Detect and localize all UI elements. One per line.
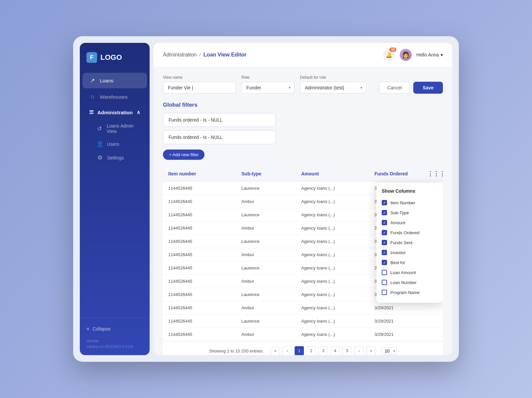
cell-subtype-1: Ambur: [236, 195, 296, 208]
cell-amount-9: Agency loans (...): [296, 301, 369, 314]
collapse-label: Collapse: [92, 326, 110, 332]
col-option-amount[interactable]: Amount: [382, 218, 438, 228]
col-checkbox-funds-sent[interactable]: [382, 240, 387, 245]
users-label: Users: [107, 142, 119, 147]
first-page-button[interactable]: «: [271, 346, 280, 355]
cell-subtype-10: Laurence: [236, 315, 296, 328]
sidebar-item-loans-admin-view[interactable]: ↺ Loans Admin View: [92, 120, 147, 137]
action-buttons: Cancel Save: [379, 82, 443, 94]
col-checkbox-program-name[interactable]: [382, 290, 387, 295]
cell-item-1: 1144526445: [163, 195, 236, 208]
col-label-funds-sent: Funds Sent: [390, 240, 413, 245]
avatar: 👩: [400, 49, 412, 61]
cell-subtype-3: Ambur: [236, 222, 296, 235]
settings-icon: ⚙: [96, 154, 103, 161]
col-option-funds-sent[interactable]: Funds Sent: [382, 238, 438, 248]
page-4-button[interactable]: 4: [331, 346, 340, 355]
add-filter-button[interactable]: + Add new filter: [163, 149, 204, 160]
filter-row-2[interactable]: Funds ordered - Is - NULL: [163, 130, 276, 144]
role-label: Role: [241, 75, 295, 80]
col-checkbox-loan-amount[interactable]: [382, 270, 387, 275]
col-option-sub-type[interactable]: Sub-Type: [382, 208, 438, 218]
prev-page-button[interactable]: ‹: [283, 346, 292, 355]
cell-subtype-5: Ambur: [236, 248, 296, 261]
default-role-label: Default for role: [300, 75, 366, 80]
col-checkbox-funds-ordered[interactable]: [382, 230, 387, 235]
last-page-button[interactable]: »: [366, 346, 376, 355]
user-chevron-icon: ▾: [441, 52, 443, 57]
col-option-item-number[interactable]: Item Number: [382, 198, 438, 208]
page-2-button[interactable]: 2: [307, 346, 316, 355]
table-header: Item number Sub-type Amount Funds Ordere…: [163, 166, 443, 182]
collapse-button[interactable]: ≡ Collapse: [86, 324, 143, 334]
sidebar-item-warehouses[interactable]: ⌂ Warehouses: [82, 89, 147, 104]
col-option-program-name[interactable]: Program Name: [382, 287, 438, 297]
logo-text: LOGO: [100, 53, 122, 62]
notification-button[interactable]: 🔔 10: [383, 49, 395, 61]
col-option-loan-amount[interactable]: Loan Amount: [382, 267, 438, 277]
cell-amount-5: Agency loans (...): [296, 248, 369, 261]
administration-icon: ☰: [89, 109, 93, 115]
next-page-button[interactable]: ›: [354, 346, 364, 355]
col-option-funds-ordered[interactable]: Funds Ordered: [382, 228, 438, 238]
cell-amount-0: Agency loans (...): [296, 182, 369, 195]
view-name-input[interactable]: [163, 82, 236, 94]
cell-subtype-8: Laurence: [236, 288, 296, 301]
cell-amount-10: Agency loans (...): [296, 315, 369, 328]
role-select[interactable]: Funder: [241, 82, 295, 94]
col-checkbox-sub-type[interactable]: [382, 210, 387, 215]
cell-amount-3: Agency loans (...): [296, 222, 369, 235]
save-button[interactable]: Save: [413, 82, 443, 94]
loans-admin-icon: ↺: [96, 125, 103, 132]
cell-item-3: 1144526445: [163, 222, 236, 235]
admin-sub-nav: ↺ Loans Admin View 👤 Users ⚙ Settings: [80, 120, 150, 164]
page-1-button[interactable]: 1: [295, 346, 304, 355]
col-option-best-for[interactable]: Best for: [382, 257, 438, 267]
col-option-loan-number[interactable]: Loan Number: [382, 277, 438, 287]
cell-amount-1: Agency loans (...): [296, 195, 369, 208]
sidebar-item-loans-label: Loans: [100, 78, 113, 83]
notification-badge: 10: [389, 48, 396, 52]
cell-funds-11: 3/29/2021: [369, 328, 442, 341]
cancel-button[interactable]: Cancel: [379, 82, 410, 94]
show-columns-button[interactable]: ⋮⋮⋮: [430, 166, 443, 181]
col-option-investor[interactable]: Investor: [382, 248, 438, 257]
view-name-label: View name: [163, 75, 236, 80]
sidebar-bottom: ≡ Collapse Version Landus-UI-20210413.4-…: [80, 318, 150, 355]
sidebar-item-users[interactable]: 👤 Users: [92, 138, 147, 150]
user-menu[interactable]: Hello Anna ▾: [416, 52, 443, 57]
cell-item-7: 1144526445: [163, 275, 236, 288]
user-greeting-text: Hello Anna: [416, 52, 439, 57]
role-group: Role Funder ▾: [241, 75, 295, 94]
sidebar: F LOGO ↗ Loans ⌂ Warehouses ☰ Administra…: [80, 43, 150, 355]
col-checkbox-amount[interactable]: [382, 220, 387, 225]
col-checkbox-investor[interactable]: [382, 250, 387, 255]
cell-subtype-7: Ambur: [236, 275, 296, 288]
default-role-select[interactable]: Administrator (test): [300, 82, 366, 94]
sidebar-item-settings[interactable]: ⚙ Settings: [92, 151, 147, 164]
collapse-icon: ≡: [86, 326, 89, 332]
page-3-button[interactable]: 3: [319, 346, 328, 355]
cell-subtype-2: Laurence: [236, 208, 296, 221]
table-row: 1144526445 Laurence Agency loans (...) 3…: [163, 315, 443, 328]
col-checkbox-loan-number[interactable]: [382, 280, 387, 285]
page-5-button[interactable]: 5: [342, 346, 352, 355]
view-name-group: View name: [163, 75, 236, 94]
global-filters-section: Global filters Funds ordered - Is - NULL…: [163, 102, 443, 166]
page-size-select[interactable]: 10 25 50: [382, 347, 397, 355]
users-icon: 👤: [96, 141, 103, 148]
cell-item-8: 1144526445: [163, 288, 236, 301]
cell-item-6: 1144526445: [163, 261, 236, 274]
cell-item-9: 1144526445: [163, 301, 236, 314]
device-frame: F LOGO ↗ Loans ⌂ Warehouses ☰ Administra…: [73, 36, 459, 362]
logo-area: F LOGO: [80, 43, 150, 69]
sidebar-item-loans[interactable]: ↗ Loans: [82, 73, 147, 88]
cell-item-2: 1144526445: [163, 208, 236, 221]
sidebar-item-administration[interactable]: ☰ Administration ∧: [82, 105, 147, 120]
cell-subtype-6: Laurence: [236, 261, 296, 274]
filter-row-1[interactable]: Funds ordered - Is - NULL: [163, 113, 276, 127]
col-checkbox-item-number[interactable]: [382, 200, 387, 205]
col-label-amount: Amount: [390, 220, 405, 225]
col-checkbox-best-for[interactable]: [382, 260, 387, 265]
page-size-wrapper: 10 25 50 ▾: [382, 347, 397, 355]
